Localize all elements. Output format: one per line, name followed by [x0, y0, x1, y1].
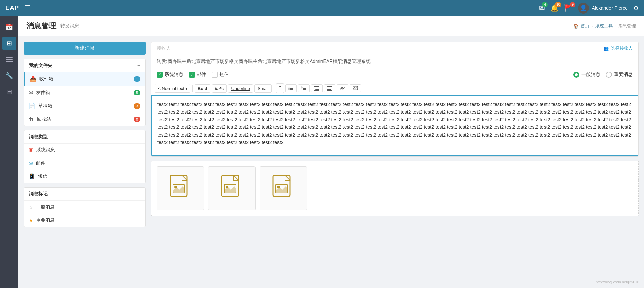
svg-rect-15	[314, 86, 319, 87]
select-recipient-button[interactable]: 👥 选择接收人	[603, 45, 633, 51]
right-panel: 接收人 👥 选择接收人 转发:商办唱主角北京房地产市场新格局商办唱主角北京房地产…	[151, 42, 639, 283]
sidebar-icon-wrench[interactable]: 🔧	[2, 69, 16, 82]
draft-badge: 3	[134, 103, 140, 109]
page-subtitle: 转发消息	[60, 23, 79, 29]
font-dropdown-arrow: ▾	[185, 86, 188, 91]
tag-general[interactable]: ☆ 一般消息	[24, 201, 145, 214]
indent-in-icon	[314, 86, 319, 91]
recipient-placeholder: 接收人	[157, 45, 603, 51]
select-recipient-icon: 👥	[603, 46, 609, 51]
sidebar-icon-grid[interactable]: ⊞	[2, 37, 16, 50]
editor-toolbar: A Normal text ▾ Bold Italic Underline	[151, 81, 638, 95]
font-icon: A	[158, 86, 161, 91]
image-btn[interactable]	[350, 84, 361, 92]
tags-collapse-btn[interactable]: −	[137, 191, 140, 197]
attachment-area	[151, 161, 639, 216]
ol-btn[interactable]: 1. 2. 3.	[298, 84, 310, 92]
star-empty-icon: ☆	[29, 204, 33, 210]
hamburger-icon[interactable]: ☰	[24, 4, 30, 12]
types-header: 消息类型 −	[24, 130, 145, 144]
trash-icon: 🗑	[29, 116, 34, 122]
breadcrumb-tools[interactable]: 系统工具	[595, 23, 613, 29]
checkbox-sms-label: 短信	[219, 72, 229, 78]
folder-trash[interactable]: 🗑 回收站 0	[24, 113, 145, 126]
toolbar-sep-1	[192, 85, 193, 92]
underline-label: Underline	[231, 86, 250, 91]
folders-section: 我的文件夹 − 📥 收件箱 1 ✉ 发件箱 5 📄 草稿箱 3	[24, 59, 146, 126]
svg-rect-8	[290, 89, 293, 90]
checkbox-mail[interactable]: ✓ 邮件	[189, 72, 206, 78]
page-header: 消息管理 转发消息 🏠 首页 › 系统工具 › 消息管理	[18, 16, 644, 36]
sidebar-icon-calendar[interactable]: 📅	[2, 20, 16, 34]
tag-important-label: 重要消息	[36, 217, 55, 223]
type-system[interactable]: ▣ 系统消息	[24, 144, 145, 157]
small-btn[interactable]: Small	[254, 84, 272, 93]
folder-trash-label: 回收站	[37, 116, 131, 122]
folders-collapse-btn[interactable]: −	[137, 63, 140, 69]
type-mail-label: 邮件	[36, 160, 45, 166]
svg-rect-21	[327, 89, 331, 90]
attachment-thumb-1	[157, 166, 204, 210]
ol-icon: 1. 2. 3.	[301, 86, 307, 91]
bold-label: Bold	[198, 86, 207, 91]
indent-in-btn[interactable]	[311, 84, 323, 92]
italic-btn[interactable]: Italic	[212, 84, 227, 93]
link-icon	[340, 86, 345, 91]
editor-area[interactable]: test2 test2 test2 test2 test2 test2 test…	[151, 95, 638, 156]
folder-inbox-label: 收件箱	[39, 76, 131, 82]
svg-rect-17	[315, 89, 319, 90]
file-image-icon-3	[271, 175, 295, 202]
folder-draft[interactable]: 📄 草稿箱 3	[24, 99, 145, 113]
flag-nav-icon[interactable]: 🚩 9	[564, 4, 573, 12]
indent-out-btn[interactable]	[324, 84, 335, 92]
radio-general[interactable]: 一般消息	[573, 72, 600, 78]
tags-title: 消息标记	[29, 191, 48, 197]
select-recipient-label: 选择接收人	[611, 45, 633, 51]
folder-inbox[interactable]: 📥 收件箱 1	[24, 72, 145, 86]
type-sms[interactable]: 📱 短信	[24, 170, 145, 183]
bell-nav-icon[interactable]: 🔔 10	[550, 4, 559, 12]
mail-nav-icon[interactable]: ✉ 4	[539, 4, 545, 12]
trash-badge: 0	[134, 117, 140, 122]
type-system-label: 系统消息	[36, 147, 55, 153]
ul-btn[interactable]	[285, 84, 297, 92]
radio-important[interactable]: 重要消息	[606, 72, 633, 78]
folder-sent[interactable]: ✉ 发件箱 5	[24, 86, 145, 99]
checkbox-system[interactable]: ✓ 系统消息	[157, 72, 183, 78]
folder-sent-label: 发件箱	[36, 90, 131, 96]
types-collapse-btn[interactable]: −	[137, 134, 140, 140]
draft-icon: 📄	[29, 103, 36, 109]
checkbox-mail-box: ✓	[189, 72, 195, 78]
nav-right: ✉ 4 🔔 10 🚩 9 👤 Alexander Pierce ⚙	[539, 3, 639, 14]
mail-type-icon: ✉	[29, 160, 33, 166]
inbox-badge: 1	[134, 76, 140, 82]
user-menu[interactable]: 👤 Alexander Pierce	[578, 3, 628, 14]
recipient-row: 接收人 👥 选择接收人	[151, 42, 638, 55]
svg-rect-1	[6, 59, 13, 60]
settings-icon[interactable]: ⚙	[633, 4, 639, 12]
checkbox-sms[interactable]: 短信	[212, 72, 229, 78]
underline-btn[interactable]: Underline	[228, 84, 253, 93]
quote-btn[interactable]: "	[276, 83, 284, 93]
sidebar-icon-list[interactable]	[2, 53, 16, 66]
system-msg-icon: ▣	[29, 147, 34, 153]
breadcrumb-home[interactable]: 首页	[581, 23, 590, 29]
tag-important[interactable]: ★ 重要消息	[24, 214, 145, 227]
link-btn[interactable]	[337, 84, 348, 92]
new-message-button[interactable]: 新建消息	[24, 42, 146, 55]
attachment-thumb-3	[260, 166, 307, 210]
type-sms-label: 短信	[38, 173, 47, 179]
svg-rect-0	[6, 57, 13, 58]
radio-important-label: 重要消息	[614, 72, 633, 78]
file-image-icon-1	[169, 175, 192, 202]
svg-rect-10	[303, 87, 306, 87]
types-section: 消息类型 − ▣ 系统消息 ✉ 邮件 📱 短信	[24, 130, 146, 183]
sidebar-icon-monitor[interactable]: 🖥	[2, 85, 16, 99]
checkbox-sms-box	[212, 72, 218, 78]
type-mail[interactable]: ✉ 邮件	[24, 157, 145, 170]
font-dropdown-btn[interactable]: A Normal text ▾	[155, 84, 190, 93]
bold-btn[interactable]: Bold	[195, 84, 210, 93]
file-image-icon-2	[220, 175, 244, 202]
tags-header: 消息标记 −	[24, 188, 145, 201]
image-icon	[353, 86, 358, 91]
